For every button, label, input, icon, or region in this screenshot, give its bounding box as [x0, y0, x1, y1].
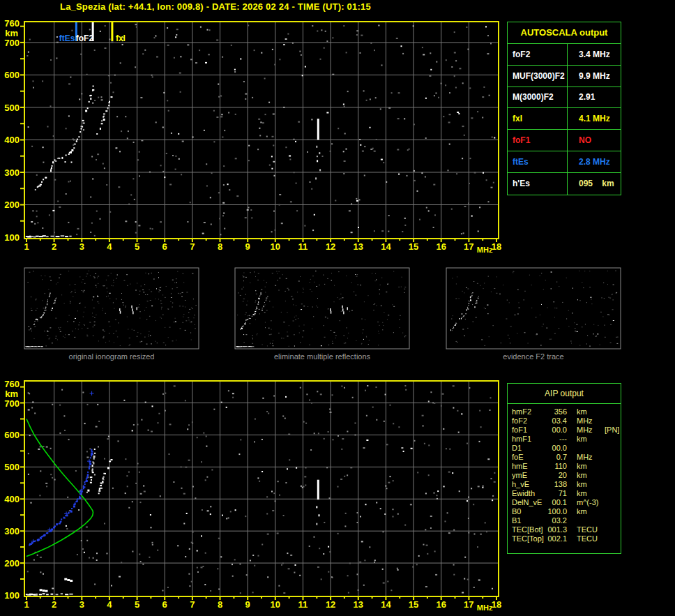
aip-extra [602, 516, 605, 525]
thumbnail-caption-eliminate: eliminate multiple reflections [235, 352, 409, 361]
aip-value: 0.7 [544, 453, 567, 462]
aip-extra [602, 471, 605, 480]
aip-extra [602, 416, 605, 426]
svg-text:17: 17 [464, 599, 473, 610]
svg-text:10: 10 [271, 599, 280, 610]
thumbnail-caption-evidence: evidence F2 trace [446, 352, 621, 361]
aip-extra [602, 534, 605, 543]
aip-label: foE [508, 453, 544, 462]
main-ionogram-plot-traces [26, 86, 321, 238]
autoscala-table-title: AUTOSCALA output [508, 22, 621, 44]
aip-value: --- [544, 435, 567, 444]
aip-unit: km [567, 507, 602, 516]
autoscala-row-value: 095 km [568, 173, 621, 195]
svg-text:100: 100 [4, 590, 20, 601]
thumbnail-caption-original: original ionogram resized [24, 352, 199, 361]
aip-row: TEC[Bot]001.3TECU [508, 525, 621, 534]
thumbnail-2 [446, 268, 621, 349]
aip-row: foF100.0MHz[PN] [508, 426, 621, 435]
svg-text:13: 13 [354, 241, 363, 252]
svg-text:11: 11 [298, 241, 308, 252]
aip-extra [602, 498, 605, 507]
autoscala-row-value: NO [568, 130, 621, 151]
thumbnail-0 [24, 268, 199, 349]
svg-text:760: 760 [4, 379, 20, 389]
svg-text:16: 16 [436, 599, 446, 610]
aip-label: ymE [508, 471, 544, 480]
svg-text:400: 400 [4, 494, 20, 504]
aip-unit: km [567, 471, 602, 480]
aip-extra [602, 453, 605, 462]
svg-text:300: 300 [4, 167, 20, 178]
autoscala-row: M(3000)F22.91 [508, 87, 621, 109]
svg-text:200: 200 [4, 558, 20, 569]
svg-text:5: 5 [135, 599, 139, 610]
autoscala-row: ftEs2.8 MHz [508, 151, 621, 173]
svg-text:6: 6 [162, 599, 167, 610]
svg-text:18: 18 [492, 599, 501, 610]
aip-extra [602, 525, 605, 534]
svg-text:2: 2 [52, 241, 56, 252]
svg-text:ftEs: ftEs [59, 33, 75, 43]
svg-text:600: 600 [4, 430, 20, 440]
aip-value: 00.0 [544, 444, 567, 453]
autoscala-row-value: 2.8 MHz [568, 151, 621, 172]
main-ionogram-plot-axis-labels: 760700600500400300200100km12345678910111… [4, 18, 501, 254]
aip-value: 03.4 [544, 416, 567, 426]
svg-text:15: 15 [409, 599, 418, 610]
aip-table-rows: hmF2356kmfoF203.4MHzfoF100.0MHz[PN]hmF1-… [508, 404, 621, 543]
svg-text:2: 2 [52, 599, 56, 610]
aip-label: TEC[Top] [508, 534, 544, 543]
aip-value: 002.1 [544, 534, 567, 543]
autoscala-row-label: foF2 [508, 44, 568, 65]
aip-row: foF203.4MHz [508, 416, 621, 426]
svg-text:200: 200 [4, 200, 20, 210]
aip-unit [567, 444, 602, 453]
aip-label: hmE [508, 462, 544, 471]
svg-text:8: 8 [218, 599, 222, 610]
profile-ionogram-plot-axis-labels: 760700600500400300200100km12345678910111… [4, 379, 501, 612]
svg-text:17: 17 [464, 241, 473, 252]
aip-row: hmF1---km [508, 435, 621, 444]
aip-row: DelN_vE00.1m^(-3) [508, 498, 621, 507]
aip-value: 110 [544, 462, 567, 471]
svg-text:700: 700 [4, 398, 20, 409]
aip-value: 20 [544, 471, 567, 480]
svg-text:1: 1 [24, 599, 29, 610]
aip-label: hmF1 [508, 435, 544, 444]
svg-text:km: km [5, 389, 18, 399]
aip-label: hmF2 [508, 407, 544, 416]
autoscala-output-table: AUTOSCALA output foF23.4 MHzMUF(3000)F29… [507, 22, 621, 195]
autoscala-row: foF23.4 MHz [508, 44, 621, 66]
profile-ionogram-plot-restored-trace [29, 391, 93, 546]
svg-text:4: 4 [107, 241, 112, 252]
svg-text:16: 16 [436, 241, 446, 252]
svg-text:100: 100 [4, 232, 20, 243]
aip-label: B0 [508, 507, 544, 516]
aip-value: 356 [544, 407, 567, 416]
aip-unit: km [567, 462, 602, 471]
aip-unit: km [567, 480, 602, 489]
svg-text:10: 10 [271, 241, 280, 252]
aip-extra: [PN] [602, 426, 619, 435]
profile-ionogram-plot-grid [24, 381, 499, 596]
svg-text:MHz: MHz [477, 603, 493, 612]
svg-text:5: 5 [135, 241, 139, 252]
svg-text:km: km [5, 28, 18, 38]
svg-text:760: 760 [4, 18, 20, 29]
svg-text:1: 1 [24, 241, 29, 252]
main-ionogram-plot-markers: ftEsfoF2fxI [59, 22, 126, 43]
aip-unit: MHz [567, 426, 602, 435]
aip-row: hmF2356km [508, 407, 621, 416]
svg-text:9: 9 [245, 241, 250, 252]
autoscala-row: fxI4.1 MHz [508, 108, 621, 130]
svg-text:400: 400 [4, 135, 20, 145]
aip-extra [602, 507, 605, 516]
svg-text:6: 6 [162, 241, 167, 252]
aip-extra [602, 489, 605, 498]
autoscala-row-label: ftEs [508, 151, 568, 172]
aip-unit: km [567, 407, 602, 416]
profile-ionogram-plot-noise [27, 385, 496, 594]
aip-output-table: AIP output hmF2356kmfoF203.4MHzfoF100.0M… [507, 383, 621, 554]
aip-extra [602, 444, 605, 453]
